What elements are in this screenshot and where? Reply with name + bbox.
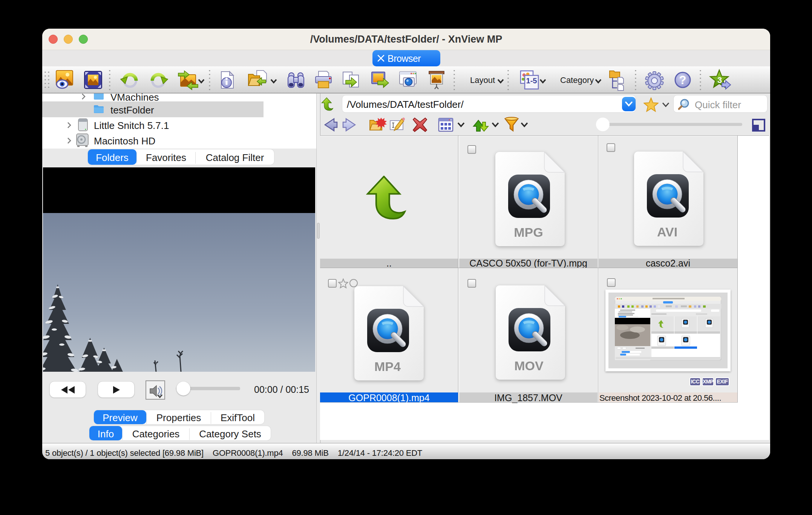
svg-text:Category: Category (560, 75, 594, 85)
svg-text:1-5: 1-5 (526, 77, 537, 85)
svg-text:?: ? (679, 74, 686, 87)
svg-text:Layout: Layout (470, 75, 495, 85)
svg-text:3: 3 (717, 75, 722, 85)
svg-text:MPG: MPG (514, 225, 543, 239)
svg-text:MOV: MOV (514, 359, 544, 373)
svg-text:MP4: MP4 (374, 359, 401, 374)
svg-text:AVI: AVI (657, 225, 677, 239)
